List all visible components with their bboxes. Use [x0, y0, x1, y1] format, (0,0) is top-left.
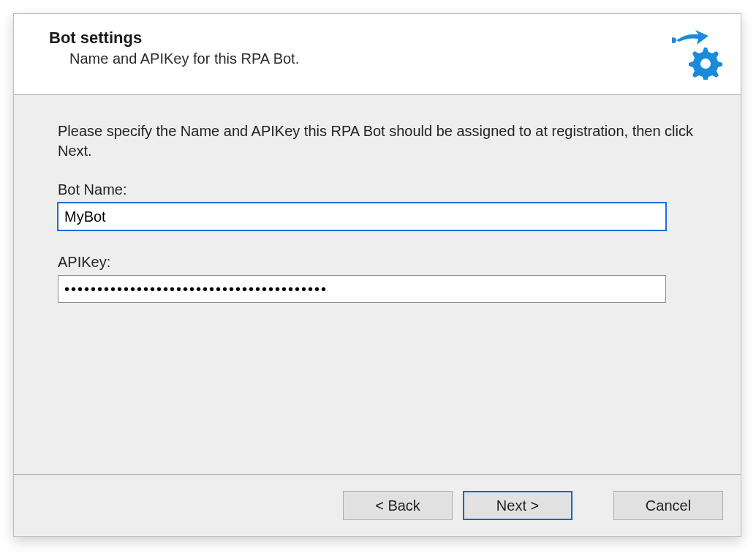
bot-name-label: Bot Name:	[58, 181, 697, 198]
page-subtitle: Name and APIKey for this RPA Bot.	[69, 50, 663, 67]
wizard-header: Bot settings Name and APIKey for this RP…	[14, 14, 741, 95]
apikey-label: APIKey:	[58, 254, 697, 271]
wizard-body: Please specify the Name and APIKey this …	[14, 95, 741, 474]
cancel-button[interactable]: Cancel	[613, 491, 723, 520]
instructions-text: Please specify the Name and APIKey this …	[58, 121, 694, 161]
next-button[interactable]: Next >	[463, 491, 572, 520]
page-title: Bot settings	[49, 29, 663, 48]
wizard-footer: < Back Next > Cancel	[14, 474, 741, 536]
back-button[interactable]: < Back	[343, 491, 453, 520]
apikey-input[interactable]	[58, 275, 666, 303]
svg-point-0	[700, 59, 711, 69]
bot-name-input[interactable]	[58, 203, 666, 230]
connection-gear-icon	[672, 29, 723, 80]
wizard-dialog: Bot settings Name and APIKey for this RP…	[13, 13, 741, 537]
